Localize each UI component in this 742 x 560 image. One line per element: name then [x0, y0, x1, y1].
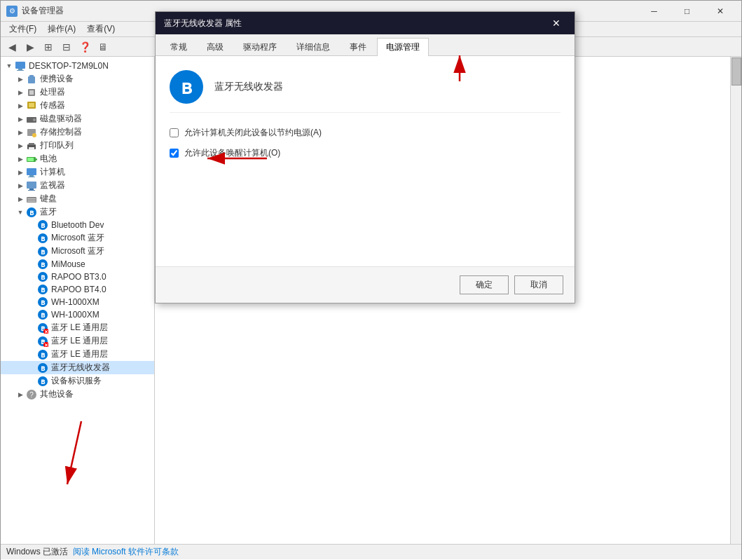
forward-button[interactable]: ▶: [22, 39, 39, 55]
expander-icon: ▶: [15, 127, 26, 138]
tab-driver[interactable]: 驱动程序: [234, 38, 286, 56]
status-text: Windows 已激活: [6, 546, 68, 558]
tree-item-wh1[interactable]: ʙ WH-1000XM: [1, 296, 154, 308]
menu-file[interactable]: 文件(F): [4, 22, 42, 36]
tree-item-le3[interactable]: ʙ 蓝牙 LE 通用层: [1, 348, 154, 361]
tree-item-bt-dev[interactable]: ʙ Bluetooth Dev: [1, 219, 154, 231]
device-header: ʙ 蓝牙无线收发器: [170, 70, 561, 113]
expander-spacer: [26, 233, 37, 244]
tree-item-wh2[interactable]: ʙ WH-1000XM: [1, 308, 154, 321]
scrollbar-thumb[interactable]: [731, 57, 741, 86]
toolbar-btn-2[interactable]: ⊟: [58, 39, 75, 55]
cancel-button[interactable]: 取消: [514, 275, 563, 294]
toolbar-btn-3[interactable]: ❓: [76, 39, 93, 55]
tree-item-bluetooth[interactable]: ▼ ʙ 蓝牙: [1, 205, 154, 219]
sensor-icon: [26, 100, 37, 111]
tree-item-computer[interactable]: ▼ DESKTOP-T2M9L0N: [1, 60, 154, 72]
svg-rect-28: [27, 201, 36, 202]
svg-text:ʙ: ʙ: [41, 221, 46, 229]
expander-icon: ▶: [15, 114, 26, 125]
tab-general[interactable]: 常规: [161, 38, 196, 56]
svg-text:ʙ: ʙ: [29, 208, 34, 217]
tab-events[interactable]: 事件: [341, 38, 376, 56]
expander-icon: ▶: [15, 180, 26, 191]
tree-item-sensor[interactable]: ▶ 传感器: [1, 99, 154, 112]
toolbar-btn-1[interactable]: ⊞: [40, 39, 57, 55]
battery-label: 电池: [40, 153, 57, 165]
tree-item-le2[interactable]: ʙ ✕ 蓝牙 LE 通用层: [1, 334, 154, 348]
tree-item-rapoo-bt3[interactable]: ʙ RAPOO BT3.0: [1, 271, 154, 283]
allow-wakeup-label[interactable]: 允许此设备唤醒计算机(O): [184, 147, 280, 159]
bt-dev-icon: ʙ: [37, 219, 48, 231]
tree-item-other[interactable]: ▶ ? 其他设备: [1, 388, 154, 401]
processor-label: 处理器: [40, 86, 65, 98]
computer-icon: [15, 60, 26, 71]
portable-label: 便携设备: [40, 73, 74, 85]
tree-item-device-id[interactable]: ʙ 设备标识服务: [1, 374, 154, 388]
tree-item-battery[interactable]: ▶ 电池: [1, 152, 154, 165]
le2-icon: ʙ ✕: [37, 336, 48, 347]
maximize-button[interactable]: □: [671, 2, 703, 20]
tree-item-rapoo-bt4[interactable]: ʙ RAPOO BT4.0: [1, 283, 154, 296]
tree-item-ms-bt-1[interactable]: ʙ Microsoft 蓝牙: [1, 231, 154, 245]
svg-rect-22: [27, 182, 36, 189]
minimize-button[interactable]: ─: [638, 2, 670, 20]
tree-item-bt-transceiver[interactable]: ʙ 蓝牙无线收发器: [1, 361, 154, 374]
tree-item-printer[interactable]: ▶ 打印队列: [1, 139, 154, 152]
tree-item-storage[interactable]: ▶ 存储控制器: [1, 125, 154, 139]
tree-item-ms-bt-2[interactable]: ʙ Microsoft 蓝牙: [1, 245, 154, 258]
svg-rect-27: [27, 200, 36, 200]
svg-rect-8: [29, 103, 34, 107]
allow-shutdown-label[interactable]: 允许计算机关闭此设备以节约电源(A): [184, 127, 322, 139]
rapoo-bt3-icon: ʙ: [37, 271, 48, 282]
expander-spacer: [26, 246, 37, 257]
tab-details[interactable]: 详细信息: [287, 38, 339, 56]
computer2-label: 计算机: [40, 166, 65, 178]
svg-point-10: [33, 118, 36, 121]
tab-advanced[interactable]: 高级: [198, 38, 233, 56]
svg-text:ʙ: ʙ: [41, 310, 46, 319]
svg-text:ʙ: ʙ: [41, 285, 46, 294]
status-link[interactable]: 阅读 Microsoft 软件许可条款: [73, 546, 179, 558]
ok-button[interactable]: 确定: [460, 275, 509, 294]
svg-rect-24: [28, 190, 35, 191]
svg-rect-19: [27, 168, 36, 175]
tab-power-management[interactable]: 电源管理: [377, 38, 429, 56]
allow-shutdown-checkbox[interactable]: [170, 128, 179, 137]
battery-icon: [26, 153, 37, 165]
expander-icon: ▼: [15, 207, 26, 218]
keyboard-label: 键盘: [40, 193, 57, 205]
expander-spacer: [26, 349, 37, 360]
tree-item-disk[interactable]: ▶ 磁盘驱动器: [1, 112, 154, 125]
device-id-label: 设备标识服务: [51, 375, 102, 387]
tree-item-processor[interactable]: ▶ 处理器: [1, 86, 154, 99]
tree-item-mimouse[interactable]: ʙ MiMouse: [1, 258, 154, 271]
power-option-shutdown: 允许计算机关闭此设备以节约电源(A): [170, 127, 561, 139]
svg-text:✕: ✕: [44, 343, 48, 347]
scrollbar[interactable]: [730, 57, 741, 544]
svg-rect-23: [29, 189, 34, 190]
allow-wakeup-checkbox[interactable]: [170, 149, 179, 158]
expander-spacer: [26, 322, 37, 334]
tree-item-monitor[interactable]: ▶ 监视器: [1, 179, 154, 192]
tree-item-le1[interactable]: ʙ ✕ 蓝牙 LE 通用层: [1, 321, 154, 334]
toolbar-btn-4[interactable]: 🖥: [95, 39, 111, 55]
back-button[interactable]: ◀: [4, 39, 20, 55]
tree-item-keyboard[interactable]: ▶ 键盘: [1, 192, 154, 205]
monitor-label: 监视器: [40, 179, 65, 191]
tree-item-portable[interactable]: ▶ 便携设备: [1, 72, 154, 86]
dialog-close-button[interactable]: ✕: [547, 15, 566, 32]
close-button[interactable]: ✕: [704, 2, 736, 20]
svg-point-12: [32, 133, 36, 137]
tree-item-computer2[interactable]: ▶ 计算机: [1, 165, 154, 179]
monitor-icon: [26, 180, 37, 191]
ms-bt-1-label: Microsoft 蓝牙: [51, 232, 104, 244]
svg-text:ʙ: ʙ: [181, 76, 192, 98]
portable-icon: [26, 74, 37, 85]
menu-action[interactable]: 操作(A): [42, 22, 81, 36]
computer2-icon: [26, 167, 37, 178]
svg-text:ʙ: ʙ: [41, 247, 46, 256]
menu-view[interactable]: 查看(V): [81, 22, 121, 36]
expander-icon: ▶: [15, 153, 26, 165]
wh2-icon: ʙ: [37, 309, 48, 320]
